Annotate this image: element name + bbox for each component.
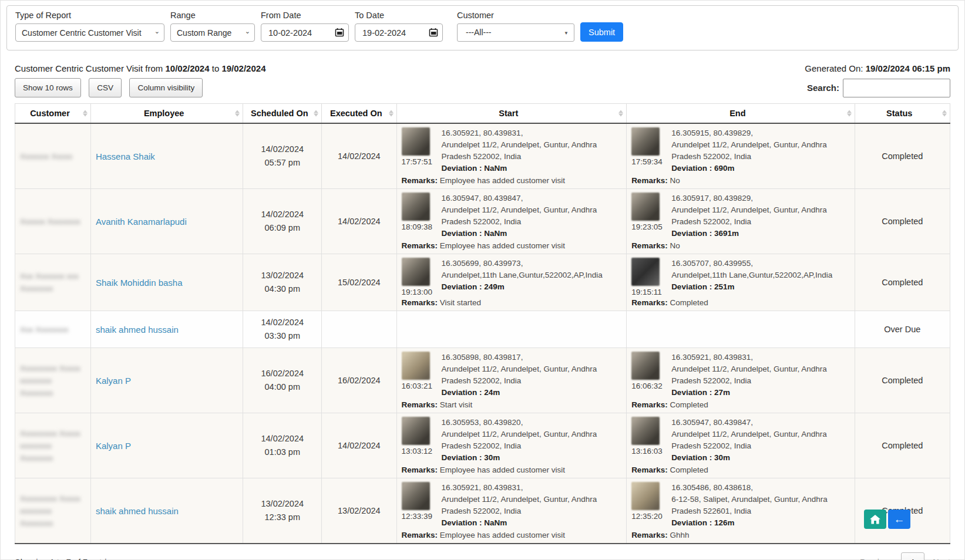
sort-icon bbox=[618, 110, 623, 117]
calendar-icon[interactable] bbox=[335, 28, 344, 37]
end-cell bbox=[627, 311, 855, 348]
customer-name-blurred: Xxxxxxxxx Xxxxx bbox=[20, 427, 86, 440]
start-deviation: Deviation : NaNm bbox=[442, 517, 622, 529]
scheduled-on-cell: 14/02/202403:30 pm bbox=[243, 311, 322, 348]
end-remarks: Remarks: Completed bbox=[631, 465, 849, 474]
start-address: Arundelpet,11th Lane,Guntur,522002,AP,In… bbox=[442, 269, 622, 281]
scheduled-on-cell: 14/02/202401:03 pm bbox=[243, 413, 322, 478]
end-photo bbox=[631, 417, 660, 445]
end-cell: 12:35:2016.305486, 80.438618,6-12-58, Sa… bbox=[627, 478, 855, 544]
column-header-status[interactable]: Status bbox=[855, 104, 950, 124]
remarks-label: Remarks: bbox=[402, 400, 438, 409]
column-header-scheduled-on[interactable]: Scheduled On bbox=[243, 104, 322, 124]
datatable-buttons: Show 10 rows CSV Column visibility bbox=[15, 78, 208, 97]
table-body: Xxxxxxx XxxxxHassena Shaik14/02/202405:5… bbox=[15, 123, 950, 544]
type-of-report-select[interactable]: Customer Centric Customer Visit bbox=[15, 23, 164, 42]
end-remarks: Remarks: Completed bbox=[631, 298, 849, 307]
back-button[interactable]: ← bbox=[888, 510, 910, 529]
customer-cell: Xxxxxxxxx XxxxxxxxxxxxxXxxxxxxx bbox=[15, 348, 91, 413]
table-row: Xxxxxxxxx XxxxxxxxxxxxxXxxxxxxxKalyan P1… bbox=[15, 348, 950, 413]
start-coordinates: 16.305921, 80.439831, bbox=[442, 127, 622, 139]
report-page: Type of Report Customer Centric Customer… bbox=[0, 0, 965, 560]
scheduled-date: 16/02/2024 bbox=[248, 367, 317, 380]
start-remarks-text: Employee has added customer visit bbox=[440, 465, 565, 474]
start-cell: 19:13:0016.305699, 80.439973,Arundelpet,… bbox=[396, 254, 627, 311]
home-button[interactable] bbox=[864, 510, 886, 529]
start-remarks-text: Start visit bbox=[440, 400, 473, 409]
scheduled-time: 01:03 pm bbox=[248, 446, 317, 459]
column-header-employee[interactable]: Employee bbox=[90, 104, 243, 124]
search-label: Search: bbox=[807, 83, 839, 93]
end-photo bbox=[631, 482, 660, 510]
report-title: Customer Centric Customer Visit from 10/… bbox=[15, 63, 265, 73]
search-input[interactable] bbox=[843, 79, 950, 97]
column-visibility-button[interactable]: Column visibility bbox=[129, 78, 203, 97]
customer-name-blurred: xxxxxxxx bbox=[20, 375, 86, 387]
table-row: Xxx Xxxxxxxxshaik ahmed hussain14/02/202… bbox=[15, 311, 950, 348]
remarks-label: Remarks: bbox=[631, 241, 668, 250]
start-photo bbox=[402, 352, 430, 380]
submit-button[interactable]: Submit bbox=[580, 22, 623, 42]
start-deviation: Deviation : NaNm bbox=[442, 228, 622, 239]
employee-link[interactable]: Kalyan P bbox=[96, 441, 131, 451]
start-cell: 12:33:3916.305921, 80.439831,Arundelpet … bbox=[396, 478, 627, 544]
filter-customer: Customer ---All--- ▼ bbox=[457, 11, 574, 42]
scheduled-date: 14/02/2024 bbox=[248, 432, 317, 446]
employee-link[interactable]: Hassena Shaik bbox=[96, 151, 155, 161]
calendar-icon[interactable] bbox=[429, 28, 438, 37]
scheduled-on-cell: 14/02/202406:09 pm bbox=[243, 189, 322, 254]
previous-page-button[interactable]: Previous bbox=[860, 558, 893, 560]
start-photo bbox=[402, 417, 430, 445]
end-coordinates: 16.305921, 80.439831, bbox=[671, 352, 849, 363]
status-cell: Over Due bbox=[855, 311, 950, 348]
csv-button[interactable]: CSV bbox=[89, 78, 122, 97]
column-header-executed-on[interactable]: Executed On bbox=[322, 104, 396, 124]
executed-on-cell: 14/02/2024 bbox=[322, 123, 396, 189]
range-select[interactable]: Custom Range bbox=[170, 23, 255, 42]
page-number-button[interactable]: 1 bbox=[901, 552, 924, 560]
show-rows-button[interactable]: Show 10 rows bbox=[15, 78, 81, 97]
customer-label: Customer bbox=[457, 11, 574, 20]
remarks-label: Remarks: bbox=[631, 176, 668, 185]
end-remarks-text: No bbox=[670, 176, 680, 185]
employee-cell: Kalyan P bbox=[90, 348, 243, 413]
end-remarks: Remarks: Completed bbox=[631, 400, 849, 409]
scheduled-time: 06:09 pm bbox=[248, 221, 317, 235]
remarks-label: Remarks: bbox=[631, 531, 668, 539]
end-remarks: Remarks: No bbox=[631, 176, 849, 185]
employee-cell: Shaik Mohiddin basha bbox=[90, 254, 243, 311]
column-header-label: Scheduled On bbox=[251, 109, 308, 118]
entries-info: Showing 1 to 7 of 7 entries bbox=[15, 558, 116, 560]
table-row: Xxxxxxx XxxxxHassena Shaik14/02/202405:5… bbox=[15, 123, 950, 189]
sort-icon bbox=[389, 110, 394, 117]
customer-select[interactable]: ---All--- ▼ bbox=[457, 23, 574, 42]
end-cell: 19:15:1116.305707, 80.439955,Arundelpet,… bbox=[627, 254, 855, 311]
sort-icon bbox=[314, 110, 318, 117]
start-address: Arundelpet 11/2, Arundelpet, Guntur, And… bbox=[442, 204, 622, 228]
filter-type-of-report: Type of Report Customer Centric Customer… bbox=[15, 11, 164, 42]
customer-name-blurred: xxxxxxxx bbox=[20, 440, 86, 452]
start-remarks: Remarks: Employee has added customer vis… bbox=[402, 176, 622, 185]
start-coordinates: 16.305947, 80.439847, bbox=[442, 193, 622, 204]
report-to-date: 19/02/2024 bbox=[221, 63, 265, 73]
customer-name-blurred: Xxxxxxxxx Xxxxx bbox=[20, 362, 86, 375]
start-remarks: Remarks: Employee has added customer vis… bbox=[402, 465, 622, 474]
start-time: 13:03:12 bbox=[402, 447, 436, 456]
customer-name-blurred: Xxxxxx Xxxxxxxx bbox=[20, 215, 86, 228]
next-page-button[interactable]: Next bbox=[933, 558, 950, 560]
employee-link[interactable]: Avanith Kanamarlapudi bbox=[96, 217, 187, 227]
employee-link[interactable]: Kalyan P bbox=[96, 376, 131, 386]
customer-name-blurred: Xxxxxxxx bbox=[20, 517, 86, 529]
employee-link[interactable]: shaik ahmed hussain bbox=[96, 325, 179, 335]
employee-link[interactable]: shaik ahmed hussain bbox=[96, 506, 179, 516]
column-header-start[interactable]: Start bbox=[396, 104, 627, 124]
column-header-end[interactable]: End bbox=[627, 104, 855, 124]
end-deviation: Deviation : 3691m bbox=[671, 228, 849, 239]
start-address: Arundelpet 11/2, Arundelpet, Guntur, And… bbox=[442, 363, 622, 387]
executed-on-cell: 14/02/2024 bbox=[322, 189, 396, 254]
column-header-customer[interactable]: Customer bbox=[15, 104, 91, 124]
start-remarks-text: Visit started bbox=[440, 298, 481, 307]
end-remarks-text: Completed bbox=[670, 400, 708, 409]
remarks-label: Remarks: bbox=[402, 176, 438, 185]
employee-link[interactable]: Shaik Mohiddin basha bbox=[96, 278, 183, 288]
